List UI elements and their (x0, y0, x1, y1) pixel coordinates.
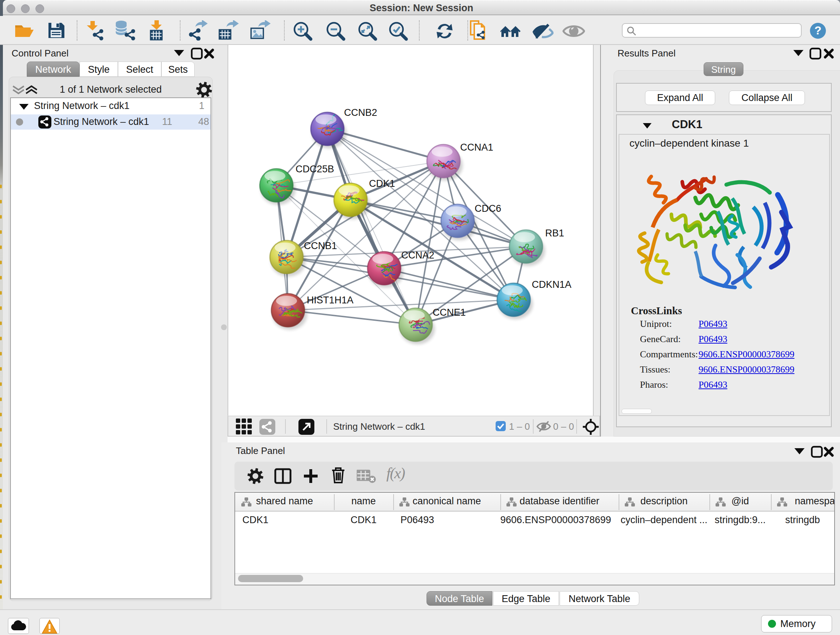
svg-text:CCNA1: CCNA1 (460, 142, 493, 153)
svg-text:CCNB1: CCNB1 (304, 241, 337, 251)
svg-text:?: ? (814, 24, 821, 37)
svg-text:CDC25B: CDC25B (295, 164, 334, 174)
svg-text:HIST1H1A: HIST1H1A (307, 295, 354, 306)
svg-text:CCNE1: CCNE1 (433, 307, 466, 318)
svg-text:CDC6: CDC6 (475, 203, 501, 214)
svg-text:CDK1: CDK1 (369, 178, 395, 189)
svg-text:CCNB2: CCNB2 (344, 107, 377, 118)
svg-text:RB1: RB1 (545, 228, 564, 239)
svg-text:CDKN1A: CDKN1A (532, 279, 572, 290)
svg-text:CCNA2: CCNA2 (401, 250, 434, 261)
